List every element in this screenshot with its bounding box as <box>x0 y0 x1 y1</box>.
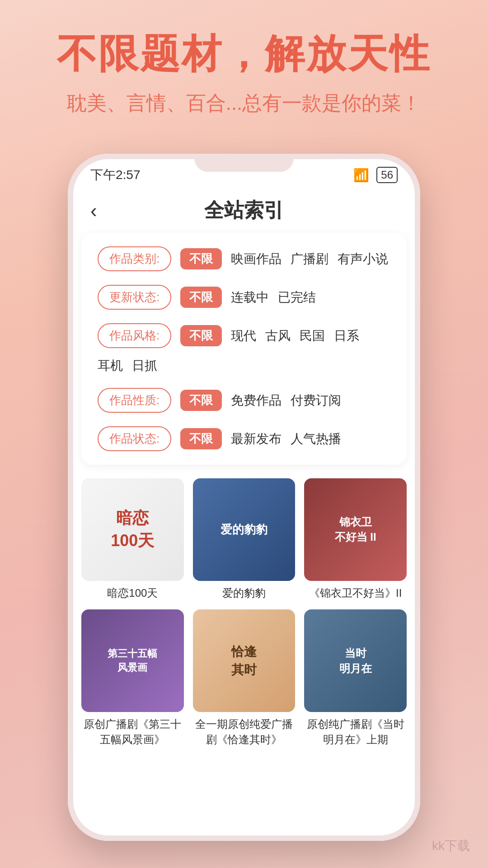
filter-option-serializing[interactable]: 连载中 <box>231 289 269 306</box>
status-right: 📶 56 <box>353 167 398 183</box>
filter-active-state[interactable]: 不限 <box>180 428 222 449</box>
cover-art-4: 第三十五幅风景画 <box>81 609 184 712</box>
grid-item-4[interactable]: 第三十五幅风景画 原创广播剧《第三十五幅风景画》 <box>81 609 184 747</box>
filter-label-status: 更新状态: <box>98 285 171 310</box>
content-area: 暗恋100天 暗恋100天 爱的豹豹 爱的豹豹 锦衣卫不好当 II <box>68 465 420 747</box>
grid-item-label-1: 暗恋100天 <box>81 585 184 601</box>
grid-item-5[interactable]: 恰逢其时 全一期原创纯爱广播剧《恰逢其时》 <box>193 609 296 747</box>
content-grid: 暗恋100天 暗恋100天 爱的豹豹 爱的豹豹 锦衣卫不好当 II <box>81 478 407 747</box>
grid-item-label-4: 原创广播剧《第三十五幅风景画》 <box>81 717 184 747</box>
cover-img-6: 当时明月在 <box>304 609 407 712</box>
back-button[interactable]: ‹ <box>90 199 97 222</box>
grid-item-6[interactable]: 当时明月在 原创纯广播剧《当时明月在》上期 <box>304 609 407 747</box>
phone-frame: 下午2:57 📶 56 ‹ 全站索引 作品类别: 不限 映画作品 广播剧 有声小… <box>68 154 420 841</box>
filter-option-newest[interactable]: 最新发布 <box>231 430 282 448</box>
filter-option-ancient[interactable]: 古风 <box>265 327 291 344</box>
cover-img-5: 恰逢其时 <box>193 609 296 712</box>
bg-text-area: 不限题材，解放天性 耽美、言情、百合...总有一款是你的菜！ <box>0 27 488 117</box>
cover-art-6: 当时明月在 <box>304 609 407 712</box>
cover-img-1: 暗恋100天 <box>81 478 184 581</box>
grid-item-label-6: 原创纯广播剧《当时明月在》上期 <box>304 717 407 747</box>
filter-row-status: 更新状态: 不限 连载中 已完结 <box>98 285 390 310</box>
notch <box>194 154 294 172</box>
filter-option-yousheng[interactable]: 有声小说 <box>338 250 388 268</box>
page-title: 全站索引 <box>204 197 284 224</box>
cover-art-3: 锦衣卫不好当 II <box>304 478 407 581</box>
cover-img-3: 锦衣卫不好当 II <box>304 478 407 581</box>
cover-art-5: 恰逢其时 <box>193 609 296 712</box>
filter-option-guangbo[interactable]: 广播剧 <box>291 250 328 268</box>
filter-active-style[interactable]: 不限 <box>180 325 222 346</box>
bg-subtitle: 耽美、言情、百合...总有一款是你的菜！ <box>0 90 488 117</box>
filter-option-earphone[interactable]: 耳机 <box>98 357 123 374</box>
wifi-icon: 📶 <box>353 168 369 183</box>
filter-label-nature: 作品性质: <box>98 388 171 413</box>
cover-art-1: 暗恋100天 <box>81 478 184 581</box>
filter-option-completed[interactable]: 已完结 <box>278 289 316 306</box>
filter-active-nature[interactable]: 不限 <box>180 390 222 411</box>
filter-row-category: 作品类别: 不限 映画作品 广播剧 有声小说 <box>98 246 390 271</box>
filter-option-free[interactable]: 免费作品 <box>231 392 282 409</box>
filter-label-style: 作品风格: <box>98 323 171 348</box>
cover-img-4: 第三十五幅风景画 <box>81 609 184 712</box>
battery: 56 <box>376 167 398 183</box>
filter-label-category: 作品类别: <box>98 246 171 271</box>
filter-option-paid[interactable]: 付费订阅 <box>291 392 341 409</box>
watermark: kk下载 <box>432 837 470 854</box>
cover-img-2: 爱的豹豹 <box>193 478 296 581</box>
bg-title: 不限题材，解放天性 <box>0 27 488 81</box>
filter-section: 作品类别: 不限 映画作品 广播剧 有声小说 更新状态: 不限 连载中 已完结 … <box>81 233 407 465</box>
filter-option-republic[interactable]: 民国 <box>300 327 325 344</box>
grid-item-label-5: 全一期原创纯爱广播剧《恰逢其时》 <box>193 717 296 747</box>
cover-art-2: 爱的豹豹 <box>193 478 296 581</box>
filter-option-japanese[interactable]: 日系 <box>334 327 359 344</box>
page-header: ‹ 全站索引 <box>68 188 420 233</box>
filter-option-modern[interactable]: 现代 <box>231 327 256 344</box>
filter-option-popular[interactable]: 人气热播 <box>291 430 341 448</box>
filter-active-status[interactable]: 不限 <box>180 287 222 308</box>
grid-item-label-2: 爱的豹豹 <box>193 585 296 601</box>
grid-item-3[interactable]: 锦衣卫不好当 II 《锦衣卫不好当》II <box>304 478 407 600</box>
filter-option-yinghua[interactable]: 映画作品 <box>231 250 282 268</box>
grid-item-label-3: 《锦衣卫不好当》II <box>304 585 407 601</box>
grid-item-1[interactable]: 暗恋100天 暗恋100天 <box>81 478 184 600</box>
filter-label-state: 作品状态: <box>98 426 171 451</box>
filter-option-rijia[interactable]: 日抓 <box>132 357 157 374</box>
filter-row-state: 作品状态: 不限 最新发布 人气热播 <box>98 426 390 451</box>
time: 下午2:57 <box>90 166 141 184</box>
grid-item-2[interactable]: 爱的豹豹 爱的豹豹 <box>193 478 296 600</box>
filter-active-category[interactable]: 不限 <box>180 248 222 269</box>
filter-row-style: 作品风格: 不限 现代 古风 民国 日系 耳机 日抓 <box>98 323 390 374</box>
filter-row-nature: 作品性质: 不限 免费作品 付费订阅 <box>98 388 390 413</box>
